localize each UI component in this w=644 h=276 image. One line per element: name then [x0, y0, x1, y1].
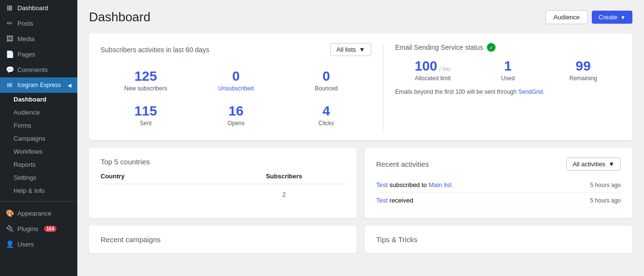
page-header: Dashboard Audience Create ▼: [89, 10, 632, 25]
sidebar-item-plugins[interactable]: 🔌 Plugins 164: [0, 221, 77, 236]
sidebar-sub-workflows[interactable]: Workflows: [0, 145, 77, 158]
stat-unsubscribed: 0 Unsubscribed: [191, 65, 281, 96]
activity-link-main-list[interactable]: Main list: [428, 181, 452, 189]
tips-tricks-card: Tips & Tricks: [365, 226, 632, 253]
main-content: Dashboard Audience Create ▼ Subscribers …: [77, 0, 644, 276]
stat-used: 1 Used: [470, 58, 546, 82]
create-chevron-icon: ▼: [620, 15, 626, 20]
table-header: Country Subscribers: [101, 173, 345, 184]
sidebar-sub-reports[interactable]: Reports: [0, 158, 77, 171]
recent-activities-title: Recent activities: [376, 160, 429, 168]
page-title: Dashboard: [89, 10, 150, 25]
stat-allocated: 100 / day Allocated limit: [395, 58, 470, 82]
sidebar-sub-settings[interactable]: Settings: [0, 171, 77, 184]
activity-row-0: Test subscribed to Main list 5 hours ago: [376, 177, 621, 193]
top-countries-title: Top 5 countries: [101, 158, 345, 166]
activities-dropdown-chevron-icon: ▼: [608, 160, 615, 168]
sidebar-sub-dashboard[interactable]: Dashboard: [0, 93, 77, 106]
activities-header: Subscribers activities in last 60 days A…: [101, 43, 371, 56]
email-service-header: Email Sending Service status ✓: [395, 43, 621, 52]
users-icon: 👤: [6, 240, 14, 248]
sidebar-item-users[interactable]: 👤 Users: [0, 236, 77, 252]
sidebar-divider: [0, 201, 77, 202]
recent-activities-header: Recent activities All activities ▼: [376, 158, 621, 171]
sidebar-item-icegram[interactable]: ✉ Icegram Express ◀: [0, 77, 77, 93]
sidebar-item-posts[interactable]: ✏ Posts: [0, 15, 77, 31]
activity-time-0: 5 hours ago: [590, 182, 621, 189]
table-row: 2: [101, 188, 345, 201]
tips-tricks-title: Tips & Tricks: [376, 235, 621, 244]
comments-icon: 💬: [6, 66, 14, 73]
sidebar-item-appearance[interactable]: 🎨 Appearance: [0, 205, 77, 221]
activities-card: Subscribers activities in last 60 days A…: [89, 33, 632, 140]
stat-clicks: 4 Clicks: [281, 100, 371, 131]
dashboard-icon: ⊞: [6, 4, 14, 12]
header-actions: Audience Create ▼: [545, 10, 632, 24]
plugins-badge: 164: [44, 226, 57, 232]
all-activities-dropdown[interactable]: All activities ▼: [566, 158, 621, 171]
top-countries-card: Top 5 countries Country Subscribers 2: [89, 148, 357, 218]
activity-time-1: 5 hours ago: [590, 197, 621, 204]
pages-icon: 📄: [6, 50, 14, 58]
plugins-icon: 🔌: [6, 225, 14, 232]
stat-remaining: 99 Remaining: [545, 58, 621, 82]
audience-button[interactable]: Audience: [545, 10, 588, 24]
sidebar-item-pages[interactable]: 📄 Pages: [0, 46, 77, 62]
sidebar-item-dashboard[interactable]: ⊞ Dashboard: [0, 0, 77, 15]
recent-campaigns-card: Recent campaigns: [89, 226, 357, 253]
activity-link-test-0[interactable]: Test: [376, 181, 388, 189]
service-status-icon: ✓: [487, 43, 496, 52]
sendgrid-note: Emails beyond the first 100 will be sent…: [395, 88, 621, 95]
dropdown-chevron-icon: ▼: [359, 46, 365, 53]
stat-sent: 115 Sent: [101, 100, 191, 131]
activities-title: Subscribers activities in last 60 days: [101, 46, 209, 54]
activity-row-1: Test received 5 hours ago: [376, 193, 621, 208]
sidebar-sub-audience[interactable]: Audience: [0, 106, 77, 119]
stat-bounced: 0 Bounced: [281, 65, 371, 96]
media-icon: 🖼: [6, 35, 14, 43]
create-button[interactable]: Create ▼: [592, 11, 632, 24]
stat-new-subscribers: 125 New subscribers: [101, 65, 191, 96]
appearance-icon: 🎨: [6, 209, 14, 217]
sidebar-sub-campaigns[interactable]: Campaigns: [0, 132, 77, 145]
sidebar-item-media[interactable]: 🖼 Media: [0, 31, 77, 46]
stat-opens: 16 Opens: [191, 100, 281, 131]
activity-link-test-1[interactable]: Test: [376, 197, 388, 204]
sidebar-sub-forms[interactable]: Forms: [0, 119, 77, 132]
sidebar: ⊞ Dashboard ✏ Posts 🖼 Media 📄 Pages 💬 Co…: [0, 0, 77, 276]
icegram-icon: ✉: [6, 81, 14, 89]
sidebar-sub-help[interactable]: Help & Info: [0, 184, 77, 197]
recent-campaigns-title: Recent campaigns: [101, 235, 345, 244]
sidebar-item-comments[interactable]: 💬 Comments: [0, 62, 77, 77]
all-lists-dropdown[interactable]: All lists ▼: [330, 43, 371, 56]
posts-icon: ✏: [6, 19, 14, 27]
two-col-section: Top 5 countries Country Subscribers 2 Re…: [89, 148, 632, 218]
sendgrid-link[interactable]: SendGrid: [518, 88, 543, 95]
recent-activities-card: Recent activities All activities ▼ Test …: [365, 148, 632, 218]
icegram-arrow-icon: ◀: [68, 83, 72, 88]
service-stats: 100 / day Allocated limit 1 Used 99 Rema…: [395, 58, 621, 82]
bottom-section: Recent campaigns Tips & Tricks: [89, 226, 632, 253]
